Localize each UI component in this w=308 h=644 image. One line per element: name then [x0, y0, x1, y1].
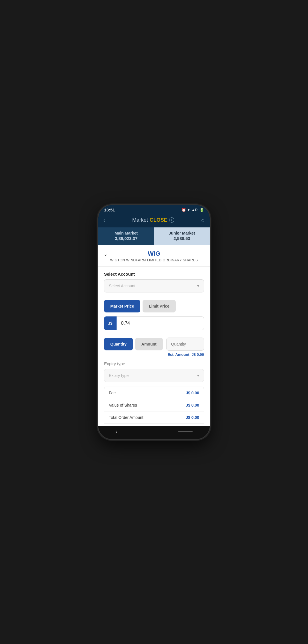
total-order-row: Total Order Amount J$ 0.00 [104, 411, 204, 424]
remaining-balance-row: Remaining Account Balance J$ 0.00 [104, 424, 204, 426]
value-of-shares-value: J$ 0.00 [186, 403, 199, 407]
main-market-tab[interactable]: Main Market 3,89,023.37 [98, 227, 154, 245]
quantity-amount-row: Quantity Amount [104, 338, 204, 351]
est-amount: Est. Amount: J$ 0.00 [104, 352, 204, 357]
total-order-value: J$ 0.00 [186, 415, 199, 420]
market-tabs: Main Market 3,89,023.37 Junior Market 2,… [98, 227, 210, 245]
price-type-toggle: Market Price Limit Price [104, 300, 204, 312]
limit-price-button[interactable]: Limit Price [143, 300, 176, 312]
status-time: 13:51 [104, 207, 115, 212]
junior-market-tab-name: Junior Market [157, 231, 207, 235]
fee-value: J$ 0.00 [186, 391, 199, 395]
fee-label: Fee [109, 391, 116, 395]
price-input[interactable] [117, 316, 204, 330]
status-icons: ⏰ ▾ ▲R 🔋 [181, 208, 204, 212]
select-account-label: Select Account [104, 272, 204, 276]
app-header: ‹ Market CLOSE i ⌕ [98, 214, 210, 227]
bottom-nav: ‹ [98, 426, 210, 439]
quantity-input-wrapper [166, 338, 204, 351]
scroll-content: ⌄ WIG WIGTON WINDFARM LIMITED ORDINARY S… [98, 245, 210, 426]
chevron-down-icon[interactable]: ⌄ [103, 251, 108, 257]
quantity-button[interactable]: Quantity [104, 338, 133, 350]
price-section: Market Price Limit Price J$ [98, 300, 210, 334]
qty-toggle-buttons: Quantity Amount [104, 338, 163, 350]
value-of-shares-label: Value of Shares [109, 403, 137, 407]
back-icon[interactable]: ‹ [103, 217, 105, 223]
alarm-icon: ⏰ [181, 208, 186, 212]
stock-header: ⌄ WIG WIGTON WINDFARM LIMITED ORDINARY S… [98, 245, 210, 267]
total-order-label: Total Order Amount [109, 415, 143, 420]
price-input-row: J$ [104, 316, 204, 330]
phone-frame: 13:51 ⏰ ▾ ▲R 🔋 ‹ Market CLOSE i ⌕ Main M… [98, 205, 210, 439]
quantity-section: Quantity Amount Est. Amount: J$ 0.00 [98, 338, 210, 360]
stock-ticker: WIG [104, 250, 204, 257]
market-price-button[interactable]: Market Price [104, 300, 140, 312]
junior-market-tab[interactable]: Junior Market 2,588.53 [154, 227, 210, 245]
summary-box: Fee J$ 0.00 Value of Shares J$ 0.00 Tota… [104, 387, 204, 426]
fee-row: Fee J$ 0.00 [104, 387, 204, 399]
select-account-section: Select Account Select Account ▾ [98, 267, 210, 296]
nav-pill [178, 431, 193, 432]
account-dropdown[interactable]: Select Account ▾ [104, 279, 204, 292]
value-of-shares-row: Value of Shares J$ 0.00 [104, 399, 204, 411]
expiry-section: Expiry type Expiry type ▾ [98, 360, 210, 385]
expiry-chevron-icon: ▾ [197, 373, 199, 378]
market-label: Market [132, 217, 148, 223]
header-title: Market CLOSE i [132, 217, 174, 223]
close-status-label: CLOSE [150, 217, 167, 223]
stock-name: WIGTON WINDFARM LIMITED ORDINARY SHARES [104, 258, 204, 262]
account-placeholder: Select Account [109, 284, 135, 288]
amount-button[interactable]: Amount [135, 338, 163, 350]
junior-market-tab-value: 2,588.53 [157, 236, 207, 241]
signal-icon: ▲R [191, 208, 198, 212]
expiry-dropdown[interactable]: Expiry type ▾ [104, 369, 204, 382]
expiry-placeholder: Expiry type [109, 373, 129, 378]
nav-back-icon[interactable]: ‹ [115, 429, 117, 435]
dropdown-chevron-icon: ▾ [197, 284, 199, 288]
est-amount-label: Est. Amount: [168, 352, 192, 357]
battery-icon: 🔋 [199, 208, 204, 212]
expiry-label: Expiry type [104, 361, 204, 366]
quantity-input[interactable] [166, 338, 204, 351]
main-market-tab-name: Main Market [101, 231, 151, 235]
info-icon[interactable]: i [169, 217, 174, 223]
search-icon[interactable]: ⌕ [201, 217, 205, 223]
status-bar: 13:51 ⏰ ▾ ▲R 🔋 [98, 205, 210, 214]
wifi-icon: ▾ [188, 208, 190, 212]
currency-badge: J$ [104, 316, 117, 330]
main-market-tab-value: 3,89,023.37 [101, 236, 151, 241]
